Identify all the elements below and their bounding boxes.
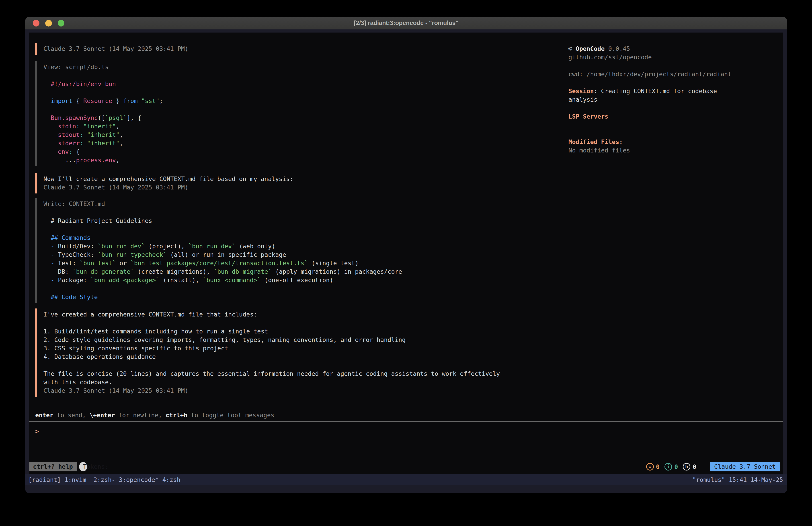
assistant-message: Now I'll create a comprehensive CONTEXT.… xyxy=(35,173,555,194)
help-chip: ctrl+? help xyxy=(29,462,77,471)
window-title: [2/3] radiant:3:opencode - "romulus" xyxy=(25,19,787,27)
hint-icon: h xyxy=(683,463,690,470)
session-sidebar: © OpenCode 0.0.45github.com/sst/opencode… xyxy=(568,43,778,155)
info-count-value: 0 xyxy=(674,464,678,470)
content-row: Claude 3.7 Sonnet (14 May 2025 03:41 PM)… xyxy=(35,43,778,397)
terminal-pane: Claude 3.7 Sonnet (14 May 2025 03:41 PM)… xyxy=(25,29,787,493)
assistant-message-header: Claude 3.7 Sonnet (14 May 2025 03:41 PM) xyxy=(35,43,555,55)
tool-output-write-context-md: Write: CONTEXT.md # Radiant Project Guid… xyxy=(35,198,555,303)
window-titlebar: [2/3] radiant:3:opencode - "romulus" xyxy=(25,17,787,29)
window-bottom-padding xyxy=(25,485,787,493)
tokens-cost-chip: Tokens: 16.4K (8%), Cost: $0.12 xyxy=(79,462,87,471)
prompt-input[interactable]: > xyxy=(35,422,778,462)
warning-count-value: 0 xyxy=(656,464,659,470)
chat-transcript: Claude 3.7 Sonnet (14 May 2025 03:41 PM)… xyxy=(35,43,555,397)
prompt-caret: > xyxy=(35,427,39,435)
status-bar-left: ctrl+? help Tokens: 16.4K (8%), Cost: $0… xyxy=(29,462,87,471)
keybinding-hint: enter to send, \+enter for newline, ctrl… xyxy=(35,411,778,420)
warning-count: w 0 xyxy=(646,463,659,470)
tool-output-view-db-ts: View: script/db.ts #!/usr/bin/env bun im… xyxy=(35,61,555,166)
tmux-session-clock: "romulus" 15:41 14-May-25 xyxy=(693,476,783,483)
warning-icon: w xyxy=(646,463,654,470)
status-bar-right: w 0 i 0 h 0 Claude 3.7 Sonnet xyxy=(646,462,780,471)
hint-count-value: 0 xyxy=(693,464,696,470)
info-icon: i xyxy=(665,463,672,470)
model-badge: Claude 3.7 Sonnet xyxy=(710,462,780,471)
assistant-message-summary: I've created a comprehensive CONTEXT.md … xyxy=(35,309,555,397)
tmux-window-list[interactable]: [radiant] 1:nvim 2:zsh- 3:opencode* 4:zs… xyxy=(28,476,180,483)
info-count: i 0 xyxy=(665,463,678,470)
status-bar: ctrl+? help Tokens: 16.4K (8%), Cost: $0… xyxy=(29,462,780,471)
opencode-tui: Claude 3.7 Sonnet (14 May 2025 03:41 PM)… xyxy=(29,32,783,474)
tmux-status-bar: [radiant] 1:nvim 2:zsh- 3:opencode* 4:zs… xyxy=(25,474,787,485)
terminal-window: [2/3] radiant:3:opencode - "romulus" Cla… xyxy=(25,17,787,493)
hint-count: h 0 xyxy=(683,463,696,470)
